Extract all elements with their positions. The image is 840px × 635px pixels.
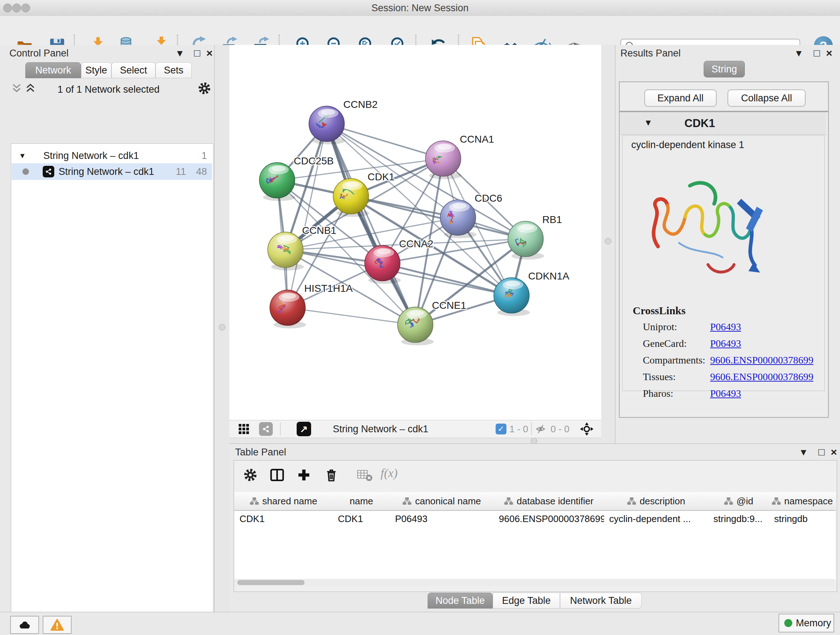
network-badge-icon[interactable] — [259, 422, 273, 436]
crosslink-tissues-link[interactable]: 9606.ENSP00000378699 — [710, 371, 813, 383]
crosslink-uniprot-link[interactable]: P06493 — [710, 321, 741, 333]
window-zoom-button[interactable] — [21, 4, 30, 12]
right-splitter-handle[interactable] — [605, 238, 611, 244]
gene-description: cyclin-dependent kinase 1 — [631, 139, 744, 150]
network-current-dot-icon — [22, 168, 29, 175]
results-panel-close-icon[interactable]: × — [824, 47, 835, 59]
left-splitter[interactable] — [215, 45, 229, 443]
table-panel-collapse-icon[interactable]: ▼ — [798, 447, 809, 458]
network-node-group-HIST1H1A: HIST1H1A — [270, 283, 353, 328]
show-columns-icon[interactable] — [269, 467, 285, 483]
table-settings-gear-icon[interactable] — [242, 467, 258, 483]
gene-header-row[interactable]: ▼ CDK1 — [620, 112, 826, 135]
crosslink-label: Tissues: — [643, 371, 676, 383]
network-view-title: String Network – cdk1 — [333, 424, 428, 435]
node-label-CCNA2: CCNA2 — [399, 238, 433, 249]
column-header-name[interactable]: name — [333, 492, 390, 511]
tab-string[interactable]: String — [704, 61, 745, 78]
tab-node-table[interactable]: Node Table — [428, 593, 493, 608]
window-minimize-button[interactable] — [12, 4, 21, 12]
gene-name: CDK1 — [684, 117, 715, 130]
grid-view-icon[interactable] — [237, 423, 250, 435]
crosslink-compartments-link[interactable]: 9606.ENSP00000378699 — [710, 355, 813, 366]
attribute-icon — [724, 497, 733, 505]
toolbar-divider — [280, 423, 281, 435]
expand-all-button[interactable]: Expand All — [644, 89, 717, 107]
attribute-icon — [250, 497, 259, 505]
protein-structure-image — [636, 156, 777, 297]
network-canvas[interactable]: CCNB2CCNA1CDC25BCDK1CDC6RB1CCNB1CCNA2CDK… — [229, 45, 601, 420]
warning-icon[interactable] — [43, 616, 72, 634]
table-panel-float-icon[interactable]: □ — [816, 446, 827, 458]
results-panel-collapse-icon[interactable]: ▼ — [793, 48, 804, 59]
column-header-id[interactable]: @id — [708, 492, 769, 511]
column-header-database-identifier[interactable]: database identifier — [494, 492, 605, 511]
table-hscrollbar-track[interactable] — [235, 579, 834, 586]
collapse-all-button[interactable]: Collapse All — [728, 89, 806, 107]
collection-count: 1 — [202, 150, 207, 162]
node-label-RB1: RB1 — [542, 214, 562, 225]
selected-checkbox-icon[interactable]: ✓ — [496, 424, 507, 434]
edge-CCNB2-CCNE1[interactable] — [327, 124, 415, 325]
edge-CCNB2-HIST1H1A[interactable] — [287, 124, 327, 308]
network-collection-row[interactable]: ▼ String Network – cdk1 1 — [11, 147, 212, 164]
column-header-canonical-name[interactable]: canonical name — [390, 492, 494, 511]
control-panel-close-icon[interactable]: × — [204, 47, 215, 59]
node-label-CDK1: CDK1 — [368, 171, 395, 182]
crosslink-pharos-link[interactable]: P06493 — [710, 388, 741, 399]
function-builder-icon[interactable]: f(x) — [381, 466, 398, 480]
memory-label: Memory — [796, 618, 831, 629]
collection-expand-icon[interactable]: ▼ — [19, 152, 26, 160]
column-header-shared-name[interactable]: shared name — [234, 492, 333, 511]
control-panel-float-icon[interactable]: □ — [192, 47, 202, 59]
gene-expand-icon[interactable]: ▼ — [644, 118, 653, 128]
table-row-cell[interactable]: CDK1 — [333, 511, 390, 527]
open-in-window-icon[interactable]: ↗ — [297, 422, 311, 436]
network-node-group-CDKN1A: CDKN1A — [494, 271, 569, 316]
expand-all-networks-icon[interactable] — [24, 82, 37, 95]
table-row-cell[interactable]: stringdb:9... — [708, 511, 769, 527]
node-label-CDC6: CDC6 — [475, 193, 502, 204]
edge-HIST1H1A-CCNE1[interactable] — [287, 308, 415, 325]
network-node-group-CCNA1: CCNA1 — [425, 134, 494, 179]
tab-sets[interactable]: Sets — [156, 62, 192, 78]
column-header-namespace[interactable]: namespace — [769, 492, 836, 511]
column-header-description[interactable]: description — [604, 492, 709, 511]
crosslinks-title: CrossLinks — [633, 304, 685, 317]
cloud-icon[interactable] — [10, 616, 39, 634]
table-row-cell[interactable]: stringdb — [769, 511, 836, 527]
tab-network[interactable]: Network — [25, 62, 81, 78]
crosslink-label: GeneCard: — [643, 338, 687, 349]
tab-edge-table[interactable]: Edge Table — [493, 593, 560, 608]
table-row-cell[interactable]: 9606.ENSP00000378699 — [494, 511, 604, 527]
delete-table-icon[interactable] — [357, 468, 373, 482]
results-panel-float-icon[interactable]: □ — [812, 47, 822, 59]
network-options-gear-icon[interactable] — [197, 81, 212, 96]
crosslink-genecard-link[interactable]: P06493 — [710, 338, 741, 349]
tab-network-table[interactable]: Network Table — [560, 593, 642, 608]
table-panel: Table Panel ▼ □ × f(x) shared name name — [229, 443, 840, 612]
tab-select[interactable]: Select — [111, 62, 156, 78]
delete-column-trash-icon[interactable] — [324, 467, 339, 483]
collapse-all-networks-icon[interactable] — [10, 82, 23, 95]
network-row-selected[interactable]: String Network – cdk1 11 48 — [11, 163, 212, 180]
table-hscrollbar-thumb[interactable] — [237, 580, 305, 585]
create-column-plus-icon[interactable] — [296, 467, 312, 483]
node-label-CDC25B: CDC25B — [294, 155, 333, 166]
window-close-button[interactable] — [3, 4, 12, 12]
table-panel-close-icon[interactable]: × — [829, 446, 839, 458]
control-panel-collapse-icon[interactable]: ▼ — [174, 48, 185, 59]
crosslink-label: Uniprot: — [643, 321, 677, 333]
birds-eye-icon[interactable] — [579, 421, 595, 437]
table-row-cell[interactable]: cyclin-dependent ... — [604, 511, 708, 527]
left-splitter-handle[interactable] — [219, 324, 225, 331]
tab-style[interactable]: Style — [81, 62, 111, 78]
table-row-cell[interactable]: CDK1 — [234, 511, 333, 527]
memory-button[interactable]: Memory — [778, 614, 834, 632]
network-graph[interactable]: CCNB2CCNA1CDC25BCDK1CDC6RB1CCNB1CCNA2CDK… — [229, 45, 601, 420]
table-panel-title: Table Panel — [235, 447, 286, 458]
node-label-CCNB1: CCNB1 — [302, 225, 336, 236]
hidden-eye-icon[interactable] — [535, 423, 548, 435]
network-list: ▼ String Network – cdk1 1 String Network… — [11, 143, 213, 635]
table-row-cell[interactable]: P06493 — [390, 511, 494, 527]
